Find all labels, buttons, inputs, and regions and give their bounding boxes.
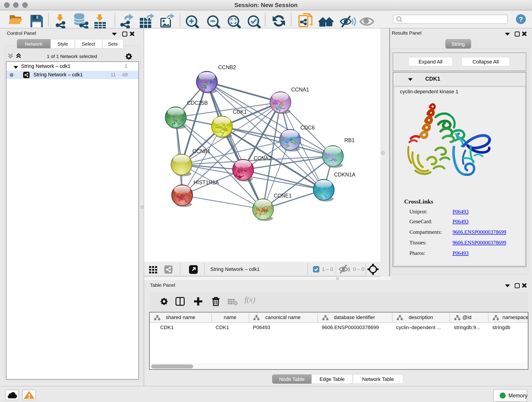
svg-text:CDK1: CDK1 bbox=[233, 109, 247, 115]
svg-text:CCNB1: CCNB1 bbox=[192, 148, 210, 154]
svg-text:CCNE1: CCNE1 bbox=[274, 193, 292, 199]
svg-text:CCNA1: CCNA1 bbox=[291, 87, 309, 93]
svg-text:CDC6: CDC6 bbox=[300, 125, 315, 131]
svg-text:CCNA2: CCNA2 bbox=[254, 155, 272, 161]
svg-text:RB1: RB1 bbox=[344, 137, 355, 143]
svg-text:CDKN1A: CDKN1A bbox=[334, 172, 355, 178]
svg-text:CCNB2: CCNB2 bbox=[218, 64, 236, 70]
svg-text:HIST1H1A: HIST1H1A bbox=[194, 179, 219, 185]
svg-text:CDC25B: CDC25B bbox=[187, 100, 208, 106]
